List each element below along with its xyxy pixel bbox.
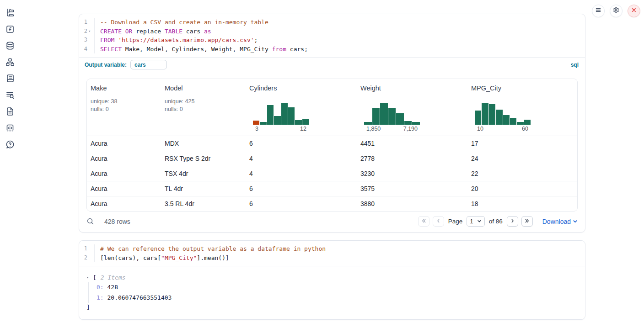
column-label[interactable]: Make — [91, 85, 157, 92]
sidebar-item-file-explorer[interactable] — [5, 9, 15, 18]
python-code-editor[interactable]: 1▾# We can reference the output variable… — [79, 241, 585, 266]
sidebar-item-data-sources[interactable] — [5, 42, 15, 51]
python-cell: 1▾# We can reference the output variable… — [79, 240, 585, 320]
sidebar-item-logs[interactable] — [5, 75, 15, 84]
sql-code-editor[interactable]: 1▾-- Download a CSV and create an in-mem… — [79, 14, 585, 57]
sidebar-item-dependency-graph[interactable] — [5, 58, 15, 68]
table-body: AcuraMDX6445117AcuraRSX Type S 2dr427782… — [87, 136, 577, 211]
histogram-bar[interactable] — [253, 121, 259, 125]
histogram-bar[interactable] — [496, 110, 502, 125]
sql-cell: 1▾-- Download a CSV and create an in-mem… — [79, 14, 585, 233]
sidebar-item-snippets[interactable] — [5, 124, 15, 133]
sidebar-item-scratchpad[interactable] — [5, 91, 15, 100]
page-select[interactable]: 1 — [467, 216, 485, 227]
row-count: 428 rows — [104, 218, 130, 225]
menu-button[interactable] — [592, 5, 605, 17]
topbar-actions — [592, 5, 640, 17]
code-line[interactable]: 2▾CREATE OR replace TABLE cars as — [79, 27, 585, 36]
line-number: 2▾ — [79, 254, 95, 263]
column-label[interactable]: Model — [165, 85, 242, 92]
histogram-bar[interactable] — [267, 105, 274, 125]
code-line[interactable]: 3▾FROM 'https://datasets.marimo.app/cars… — [79, 36, 585, 45]
column-header: Cylinders312 — [246, 79, 357, 136]
prev-page-button[interactable] — [433, 216, 444, 227]
code-line[interactable]: 1▾-- Download a CSV and create an in-mem… — [79, 18, 585, 27]
line-number: 2▾ — [79, 27, 95, 36]
download-button[interactable]: Download — [542, 218, 578, 225]
histogram-bar[interactable] — [288, 107, 295, 125]
table-cell: MDX — [161, 136, 246, 151]
table-cell: Acura — [87, 181, 161, 196]
histogram-bar[interactable] — [260, 122, 266, 125]
table-cell: 3575 — [357, 181, 467, 196]
histogram-bar[interactable] — [364, 122, 372, 125]
table-cell: 6 — [246, 136, 357, 151]
histogram-bar[interactable] — [274, 116, 280, 125]
sidebar-item-help[interactable] — [5, 141, 15, 150]
chevron-right-icon — [510, 217, 515, 226]
table-row: AcuraTL 4dr6357520 — [87, 181, 577, 196]
table-row: AcuraMDX6445117 — [87, 136, 577, 151]
fold-chevron-icon[interactable]: ▾ — [88, 27, 92, 36]
sidebar-item-documentation[interactable] — [5, 108, 15, 117]
histogram-bar[interactable] — [302, 119, 309, 125]
code-text: CREATE OR replace TABLE cars as — [95, 27, 211, 36]
sidebar-item-variables[interactable] — [5, 26, 15, 35]
search-icon[interactable] — [86, 217, 95, 226]
histogram-bar[interactable] — [475, 111, 481, 125]
column-histogram: 1060 — [475, 101, 531, 132]
histogram-bar[interactable] — [295, 120, 301, 125]
histogram-bar[interactable] — [524, 120, 531, 125]
table-row: Acura3.5 RL 4dr6388018 — [87, 196, 577, 211]
column-stats: unique: 425nulls: 0 — [165, 98, 242, 113]
table-cell: 18 — [467, 196, 578, 211]
output-variable-input[interactable] — [130, 60, 167, 69]
histogram-bar[interactable] — [372, 108, 380, 125]
histogram-bar[interactable] — [503, 115, 510, 125]
table-cell: Acura — [87, 166, 161, 181]
column-header: Makeunique: 38nulls: 0 — [87, 79, 161, 136]
histogram-bar[interactable] — [482, 103, 488, 125]
table-header-row: Makeunique: 38nulls: 0Modelunique: 425nu… — [87, 79, 577, 136]
last-page-button[interactable] — [521, 216, 533, 227]
line-number: 1▾ — [79, 244, 95, 254]
histogram-bar[interactable] — [489, 104, 495, 125]
histogram-bar[interactable] — [380, 103, 388, 125]
tree-item: 0: 428 — [97, 282, 577, 293]
shutdown-button[interactable] — [628, 5, 640, 17]
code-text: FROM 'https://datasets.marimo.app/cars.c… — [95, 36, 258, 45]
code-line[interactable]: 1▾# We can reference the output variable… — [79, 244, 585, 254]
chevrons-left-icon — [421, 217, 427, 226]
column-header: MPG_City1060 — [467, 79, 578, 136]
line-number: 1▾ — [79, 18, 95, 27]
hamburger-icon — [595, 7, 601, 15]
histogram-bar[interactable] — [510, 118, 516, 125]
code-square-dashed-icon — [5, 123, 15, 134]
table-cell: 6 — [246, 196, 357, 211]
code-line[interactable]: 2▾[len(cars), cars["MPG_City"].mean()] — [79, 254, 585, 263]
table-cell: 20 — [467, 181, 578, 196]
table-footer: 428 rows Page 1 of 86 — [79, 211, 585, 232]
first-page-button[interactable] — [418, 216, 429, 227]
next-page-button[interactable] — [507, 216, 518, 227]
table-cell: Acura — [87, 196, 161, 211]
table-row: AcuraRSX Type S 2dr4277824 — [87, 151, 577, 166]
histogram-bar[interactable] — [412, 122, 420, 125]
table-cell: 3880 — [357, 196, 467, 211]
histogram-bar[interactable] — [281, 103, 288, 125]
histogram-bar[interactable] — [517, 122, 523, 125]
code-line[interactable]: 4▾SELECT Make, Model, Cylinders, Weight,… — [79, 45, 585, 54]
column-label[interactable]: Weight — [360, 85, 464, 92]
settings-button[interactable] — [610, 5, 623, 17]
column-label[interactable]: MPG_City — [471, 85, 574, 92]
tree-collapse-icon[interactable]: ▾ — [86, 273, 91, 282]
histogram-axis-labels: 312 — [253, 125, 309, 132]
dataframe-table: Makeunique: 38nulls: 0Modelunique: 425nu… — [86, 79, 578, 211]
table-cell: 6 — [246, 181, 357, 196]
histogram-bar[interactable] — [388, 108, 396, 125]
histogram-bar[interactable] — [404, 121, 412, 125]
column-label[interactable]: Cylinders — [249, 85, 353, 92]
histogram-bar[interactable] — [396, 113, 404, 125]
line-number: 3▾ — [79, 36, 95, 45]
table-cell: RSX Type S 2dr — [161, 151, 246, 166]
